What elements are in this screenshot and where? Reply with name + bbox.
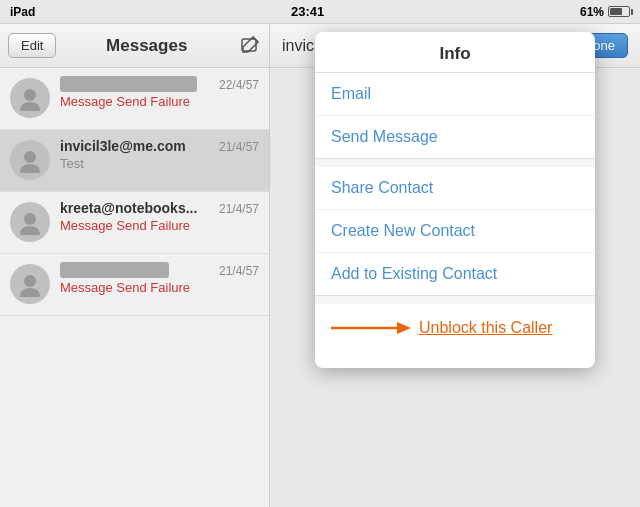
message-sender: @@@@@@@@@@	[60, 76, 197, 92]
info-section-1: Email Send Message	[315, 73, 595, 159]
bottom-gap	[315, 352, 595, 368]
compose-icon[interactable]	[237, 34, 261, 58]
email-link[interactable]: Email	[331, 85, 371, 102]
messages-title: Messages	[106, 36, 187, 56]
create-contact-link[interactable]: Create New Contact	[331, 222, 475, 239]
list-item[interactable]: kreeta@notebooks... 21/4/57 Message Send…	[0, 192, 269, 254]
arrow-indicator	[331, 316, 411, 340]
messages-panel: Edit Messages @@@@@@@@@@ 22/4/5	[0, 24, 270, 507]
status-bar: iPad 23:41 61%	[0, 0, 640, 24]
send-message-link[interactable]: Send Message	[331, 128, 438, 145]
list-item[interactable]: @@@@@@@@ 21/4/57 Message Send Failure	[0, 254, 269, 316]
email-action[interactable]: Email	[315, 73, 595, 116]
svg-point-9	[20, 288, 40, 297]
status-right: 61%	[580, 5, 630, 19]
avatar	[10, 78, 50, 118]
message-preview: Message Send Failure	[60, 94, 259, 109]
list-item[interactable]: invicil3le@me.com 21/4/57 Test	[0, 130, 269, 192]
share-contact-link[interactable]: Share Contact	[331, 179, 433, 196]
svg-point-6	[24, 213, 36, 225]
message-date: 22/4/57	[219, 78, 259, 92]
message-sender: @@@@@@@@	[60, 262, 169, 278]
avatar	[10, 264, 50, 304]
battery-icon	[608, 6, 630, 17]
message-date: 21/4/57	[219, 264, 259, 278]
battery-percent: 61%	[580, 5, 604, 19]
info-overlay: Info Email Send Message Share Contact Cr…	[270, 24, 640, 507]
edit-button[interactable]: Edit	[8, 33, 56, 58]
message-preview: Message Send Failure	[60, 280, 259, 295]
message-content: @@@@@@@@ 21/4/57 Message Send Failure	[60, 262, 259, 295]
create-contact-action[interactable]: Create New Contact	[315, 210, 595, 253]
section-gap-2	[315, 296, 595, 304]
message-preview: Test	[60, 156, 259, 171]
svg-marker-14	[397, 322, 411, 334]
section-gap	[315, 159, 595, 167]
share-contact-action[interactable]: Share Contact	[315, 167, 595, 210]
message-date: 21/4/57	[219, 140, 259, 154]
message-content: invicil3le@me.com 21/4/57 Test	[60, 138, 259, 171]
status-ipad: iPad	[10, 5, 35, 19]
info-popup-title: Info	[315, 32, 595, 73]
svg-point-4	[24, 151, 36, 163]
svg-point-8	[24, 275, 36, 287]
svg-point-5	[20, 164, 40, 173]
send-message-action[interactable]: Send Message	[315, 116, 595, 158]
status-time: 23:41	[291, 4, 324, 19]
avatar	[10, 140, 50, 180]
message-sender: invicil3le@me.com	[60, 138, 186, 154]
info-section-2: Share Contact Create New Contact Add to …	[315, 167, 595, 296]
svg-point-3	[20, 102, 40, 111]
unblock-row: Unblock this Caller	[331, 316, 579, 340]
avatar	[10, 202, 50, 242]
message-content: @@@@@@@@@@ 22/4/57 Message Send Failure	[60, 76, 259, 109]
add-existing-contact-action[interactable]: Add to Existing Contact	[315, 253, 595, 295]
unblock-section: Unblock this Caller	[315, 304, 595, 352]
list-item[interactable]: @@@@@@@@@@ 22/4/57 Message Send Failure	[0, 68, 269, 130]
svg-point-2	[24, 89, 36, 101]
messages-header: Edit Messages	[0, 24, 269, 68]
info-popup: Info Email Send Message Share Contact Cr…	[315, 32, 595, 368]
message-content: kreeta@notebooks... 21/4/57 Message Send…	[60, 200, 259, 233]
message-preview: Message Send Failure	[60, 218, 259, 233]
message-sender: kreeta@notebooks...	[60, 200, 197, 216]
unblock-caller-link[interactable]: Unblock this Caller	[419, 319, 552, 337]
svg-point-7	[20, 226, 40, 235]
message-list: @@@@@@@@@@ 22/4/57 Message Send Failure …	[0, 68, 269, 507]
message-date: 21/4/57	[219, 202, 259, 216]
add-existing-contact-link[interactable]: Add to Existing Contact	[331, 265, 497, 282]
